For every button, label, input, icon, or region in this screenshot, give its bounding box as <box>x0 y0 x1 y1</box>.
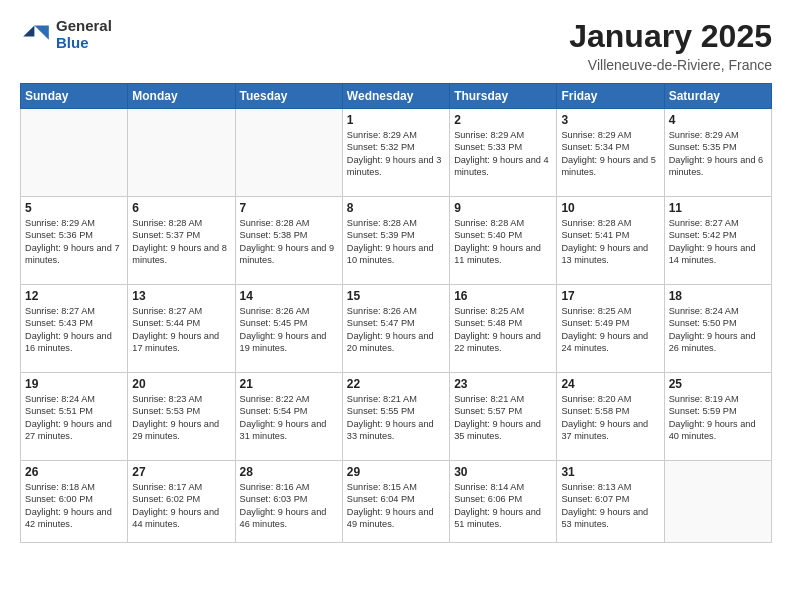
calendar-cell: 20Sunrise: 8:23 AM Sunset: 5:53 PM Dayli… <box>128 373 235 461</box>
cell-info: Sunrise: 8:23 AM Sunset: 5:53 PM Dayligh… <box>132 393 230 443</box>
day-number: 20 <box>132 377 230 391</box>
day-number: 29 <box>347 465 445 479</box>
day-number: 14 <box>240 289 338 303</box>
cell-info: Sunrise: 8:29 AM Sunset: 5:34 PM Dayligh… <box>561 129 659 179</box>
calendar-cell: 18Sunrise: 8:24 AM Sunset: 5:50 PM Dayli… <box>664 285 771 373</box>
day-number: 23 <box>454 377 552 391</box>
cell-info: Sunrise: 8:24 AM Sunset: 5:50 PM Dayligh… <box>669 305 767 355</box>
calendar-week-row: 26Sunrise: 8:18 AM Sunset: 6:00 PM Dayli… <box>21 461 772 543</box>
calendar-cell: 21Sunrise: 8:22 AM Sunset: 5:54 PM Dayli… <box>235 373 342 461</box>
logo-blue: Blue <box>56 35 112 52</box>
calendar-cell: 15Sunrise: 8:26 AM Sunset: 5:47 PM Dayli… <box>342 285 449 373</box>
day-number: 6 <box>132 201 230 215</box>
cell-info: Sunrise: 8:26 AM Sunset: 5:47 PM Dayligh… <box>347 305 445 355</box>
calendar-cell <box>128 109 235 197</box>
svg-marker-1 <box>23 25 34 36</box>
calendar-table: SundayMondayTuesdayWednesdayThursdayFrid… <box>20 83 772 543</box>
weekday-header: Saturday <box>664 84 771 109</box>
weekday-header: Tuesday <box>235 84 342 109</box>
cell-info: Sunrise: 8:13 AM Sunset: 6:07 PM Dayligh… <box>561 481 659 531</box>
day-number: 4 <box>669 113 767 127</box>
calendar-cell: 7Sunrise: 8:28 AM Sunset: 5:38 PM Daylig… <box>235 197 342 285</box>
calendar-cell: 31Sunrise: 8:13 AM Sunset: 6:07 PM Dayli… <box>557 461 664 543</box>
weekday-header: Wednesday <box>342 84 449 109</box>
title-block: January 2025 Villeneuve-de-Riviere, Fran… <box>569 18 772 73</box>
day-number: 31 <box>561 465 659 479</box>
page: General Blue January 2025 Villeneuve-de-… <box>0 0 792 612</box>
calendar-cell: 6Sunrise: 8:28 AM Sunset: 5:37 PM Daylig… <box>128 197 235 285</box>
calendar-week-row: 19Sunrise: 8:24 AM Sunset: 5:51 PM Dayli… <box>21 373 772 461</box>
calendar-cell: 13Sunrise: 8:27 AM Sunset: 5:44 PM Dayli… <box>128 285 235 373</box>
calendar-cell: 2Sunrise: 8:29 AM Sunset: 5:33 PM Daylig… <box>450 109 557 197</box>
cell-info: Sunrise: 8:25 AM Sunset: 5:49 PM Dayligh… <box>561 305 659 355</box>
day-number: 13 <box>132 289 230 303</box>
day-number: 18 <box>669 289 767 303</box>
day-number: 26 <box>25 465 123 479</box>
calendar-cell: 30Sunrise: 8:14 AM Sunset: 6:06 PM Dayli… <box>450 461 557 543</box>
day-number: 28 <box>240 465 338 479</box>
calendar-cell: 16Sunrise: 8:25 AM Sunset: 5:48 PM Dayli… <box>450 285 557 373</box>
day-number: 24 <box>561 377 659 391</box>
cell-info: Sunrise: 8:20 AM Sunset: 5:58 PM Dayligh… <box>561 393 659 443</box>
location: Villeneuve-de-Riviere, France <box>569 57 772 73</box>
cell-info: Sunrise: 8:21 AM Sunset: 5:57 PM Dayligh… <box>454 393 552 443</box>
day-number: 16 <box>454 289 552 303</box>
cell-info: Sunrise: 8:18 AM Sunset: 6:00 PM Dayligh… <box>25 481 123 531</box>
calendar-cell: 29Sunrise: 8:15 AM Sunset: 6:04 PM Dayli… <box>342 461 449 543</box>
logo: General Blue <box>20 18 112 51</box>
header: General Blue January 2025 Villeneuve-de-… <box>20 18 772 73</box>
day-number: 8 <box>347 201 445 215</box>
day-number: 3 <box>561 113 659 127</box>
calendar-cell: 23Sunrise: 8:21 AM Sunset: 5:57 PM Dayli… <box>450 373 557 461</box>
calendar-week-row: 1Sunrise: 8:29 AM Sunset: 5:32 PM Daylig… <box>21 109 772 197</box>
calendar-cell: 8Sunrise: 8:28 AM Sunset: 5:39 PM Daylig… <box>342 197 449 285</box>
day-number: 2 <box>454 113 552 127</box>
day-number: 22 <box>347 377 445 391</box>
day-number: 9 <box>454 201 552 215</box>
day-number: 21 <box>240 377 338 391</box>
day-number: 7 <box>240 201 338 215</box>
cell-info: Sunrise: 8:19 AM Sunset: 5:59 PM Dayligh… <box>669 393 767 443</box>
cell-info: Sunrise: 8:29 AM Sunset: 5:36 PM Dayligh… <box>25 217 123 267</box>
calendar-cell: 28Sunrise: 8:16 AM Sunset: 6:03 PM Dayli… <box>235 461 342 543</box>
calendar-cell: 1Sunrise: 8:29 AM Sunset: 5:32 PM Daylig… <box>342 109 449 197</box>
svg-marker-0 <box>34 25 48 39</box>
calendar-week-row: 12Sunrise: 8:27 AM Sunset: 5:43 PM Dayli… <box>21 285 772 373</box>
cell-info: Sunrise: 8:22 AM Sunset: 5:54 PM Dayligh… <box>240 393 338 443</box>
calendar-cell: 10Sunrise: 8:28 AM Sunset: 5:41 PM Dayli… <box>557 197 664 285</box>
weekday-header-row: SundayMondayTuesdayWednesdayThursdayFrid… <box>21 84 772 109</box>
day-number: 30 <box>454 465 552 479</box>
cell-info: Sunrise: 8:29 AM Sunset: 5:35 PM Dayligh… <box>669 129 767 179</box>
calendar-cell <box>664 461 771 543</box>
logo-general: General <box>56 18 112 35</box>
day-number: 1 <box>347 113 445 127</box>
day-number: 25 <box>669 377 767 391</box>
day-number: 5 <box>25 201 123 215</box>
calendar-cell: 17Sunrise: 8:25 AM Sunset: 5:49 PM Dayli… <box>557 285 664 373</box>
calendar-cell <box>235 109 342 197</box>
cell-info: Sunrise: 8:15 AM Sunset: 6:04 PM Dayligh… <box>347 481 445 531</box>
calendar-week-row: 5Sunrise: 8:29 AM Sunset: 5:36 PM Daylig… <box>21 197 772 285</box>
weekday-header: Sunday <box>21 84 128 109</box>
month-title: January 2025 <box>569 18 772 55</box>
cell-info: Sunrise: 8:27 AM Sunset: 5:44 PM Dayligh… <box>132 305 230 355</box>
calendar-cell: 14Sunrise: 8:26 AM Sunset: 5:45 PM Dayli… <box>235 285 342 373</box>
cell-info: Sunrise: 8:25 AM Sunset: 5:48 PM Dayligh… <box>454 305 552 355</box>
calendar-cell: 19Sunrise: 8:24 AM Sunset: 5:51 PM Dayli… <box>21 373 128 461</box>
calendar-cell: 11Sunrise: 8:27 AM Sunset: 5:42 PM Dayli… <box>664 197 771 285</box>
calendar-cell: 5Sunrise: 8:29 AM Sunset: 5:36 PM Daylig… <box>21 197 128 285</box>
cell-info: Sunrise: 8:27 AM Sunset: 5:42 PM Dayligh… <box>669 217 767 267</box>
cell-info: Sunrise: 8:26 AM Sunset: 5:45 PM Dayligh… <box>240 305 338 355</box>
day-number: 15 <box>347 289 445 303</box>
cell-info: Sunrise: 8:28 AM Sunset: 5:39 PM Dayligh… <box>347 217 445 267</box>
calendar-cell: 4Sunrise: 8:29 AM Sunset: 5:35 PM Daylig… <box>664 109 771 197</box>
cell-info: Sunrise: 8:17 AM Sunset: 6:02 PM Dayligh… <box>132 481 230 531</box>
cell-info: Sunrise: 8:28 AM Sunset: 5:41 PM Dayligh… <box>561 217 659 267</box>
calendar-cell: 27Sunrise: 8:17 AM Sunset: 6:02 PM Dayli… <box>128 461 235 543</box>
day-number: 12 <box>25 289 123 303</box>
cell-info: Sunrise: 8:29 AM Sunset: 5:32 PM Dayligh… <box>347 129 445 179</box>
cell-info: Sunrise: 8:24 AM Sunset: 5:51 PM Dayligh… <box>25 393 123 443</box>
weekday-header: Friday <box>557 84 664 109</box>
cell-info: Sunrise: 8:28 AM Sunset: 5:37 PM Dayligh… <box>132 217 230 267</box>
calendar-cell <box>21 109 128 197</box>
